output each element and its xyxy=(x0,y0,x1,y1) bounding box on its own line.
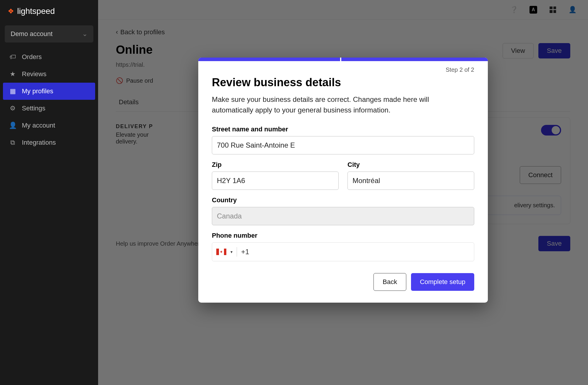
star-icon: ★ xyxy=(9,70,17,78)
chevron-down-icon[interactable]: ▾ xyxy=(230,249,233,254)
divider xyxy=(237,247,237,257)
account-name: Demo account xyxy=(11,30,53,38)
brand: ❖ lightspeed xyxy=(0,0,98,22)
phone-label: Phone number xyxy=(212,232,474,239)
sidebar-item-my-profiles[interactable]: ▦My profiles xyxy=(3,83,95,100)
grid-icon: ▦ xyxy=(9,87,17,95)
country-readonly: Canada xyxy=(212,207,474,225)
chevron-down-icon: ⌄ xyxy=(82,30,87,38)
city-input[interactable] xyxy=(347,172,474,190)
step-indicator: Step 2 of 2 xyxy=(212,66,474,73)
nav: 🏷Orders ★Reviews ▦My profiles ⚙Settings … xyxy=(0,48,98,151)
zip-label: Zip xyxy=(212,161,339,169)
back-button[interactable]: Back xyxy=(373,273,406,291)
sidebar-item-label: Integrations xyxy=(22,139,56,146)
brand-name: lightspeed xyxy=(17,6,55,16)
integrations-icon: ⧉ xyxy=(9,139,17,146)
orders-icon: 🏷 xyxy=(9,53,17,61)
main: ❔ A 👤 ‹ Back to profiles Online View Sav… xyxy=(98,0,588,385)
street-label: Street name and number xyxy=(212,125,474,133)
modal-title: Review business details xyxy=(212,76,474,89)
sidebar-item-label: My account xyxy=(22,122,55,129)
progress-bar xyxy=(198,58,488,61)
sidebar-item-settings[interactable]: ⚙Settings xyxy=(0,100,98,117)
zip-input[interactable] xyxy=(212,172,339,190)
account-switcher[interactable]: Demo account ⌄ xyxy=(5,25,93,43)
complete-setup-button[interactable]: Complete setup xyxy=(411,273,474,291)
sidebar-item-label: Orders xyxy=(22,53,42,61)
city-label: City xyxy=(347,161,474,169)
sidebar-item-integrations[interactable]: ⧉Integrations xyxy=(0,134,98,151)
gear-icon: ⚙ xyxy=(9,105,17,112)
phone-input-group: ▾ +1 xyxy=(212,242,474,261)
sidebar-item-my-account[interactable]: 👤My account xyxy=(0,117,98,134)
phone-input[interactable] xyxy=(253,243,470,261)
phone-prefix: +1 xyxy=(241,248,249,256)
modal-description: Make sure your business details are corr… xyxy=(212,94,472,115)
sidebar-item-label: My profiles xyxy=(22,87,53,95)
sidebar-item-orders[interactable]: 🏷Orders xyxy=(0,48,98,66)
flame-icon: ❖ xyxy=(8,7,14,15)
street-input[interactable] xyxy=(212,136,474,154)
sidebar: ❖ lightspeed Demo account ⌄ 🏷Orders ★Rev… xyxy=(0,0,98,385)
sidebar-item-label: Settings xyxy=(22,105,46,112)
user-circle-icon: 👤 xyxy=(9,122,17,129)
modal-overlay: Step 2 of 2 Review business details Make… xyxy=(98,0,588,385)
country-label: Country xyxy=(212,196,474,204)
business-details-modal: Step 2 of 2 Review business details Make… xyxy=(198,58,488,303)
sidebar-item-reviews[interactable]: ★Reviews xyxy=(0,66,98,83)
flag-canada-icon[interactable] xyxy=(216,249,226,255)
sidebar-item-label: Reviews xyxy=(22,70,46,78)
